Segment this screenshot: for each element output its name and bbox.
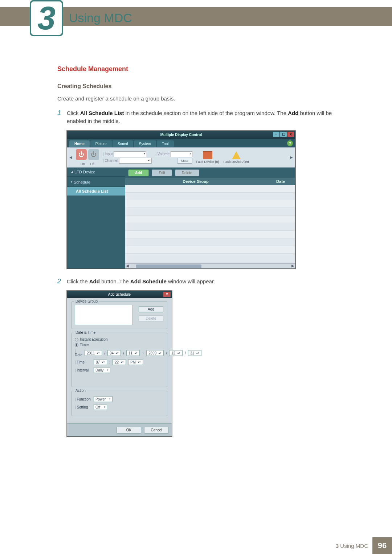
power-off-label: Off [90, 162, 94, 166]
col-date: Date [266, 179, 295, 184]
dialog-titlebar: Add Schedule x [67, 291, 172, 298]
close-button[interactable]: x [287, 132, 294, 137]
page-footer: 3 Using MDC 96 [0, 537, 392, 554]
table-row [125, 200, 295, 208]
cancel-button[interactable]: Cancel [144, 427, 169, 434]
table-row [125, 238, 295, 246]
scroll-right-icon[interactable]: ▶ [290, 155, 293, 159]
step-1-num: 1 [57, 109, 67, 126]
step-1: 1 Click All Schedule List in the schedul… [57, 109, 351, 126]
table-row [125, 193, 295, 200]
tab-system[interactable]: System [134, 140, 156, 147]
date-month2[interactable]: 12▴▾ [169, 350, 183, 356]
date-day1[interactable]: 11▴▾ [126, 350, 140, 356]
table-row [125, 223, 295, 231]
tab-tool[interactable]: Tool [157, 140, 173, 147]
radio-instant[interactable]: Instant Execution [75, 337, 164, 341]
page-number: 96 [372, 537, 392, 554]
subsection-title: Creating Schedules [57, 83, 351, 90]
fault-alert-label: Fault Device Alert [224, 160, 249, 164]
date-label: Date [75, 349, 82, 357]
radio-timer[interactable]: Timer [75, 343, 164, 347]
device-group-fieldset: Device Group Add Delete [72, 301, 167, 329]
input-select[interactable]: ▾ [114, 151, 146, 157]
fault-device-label: Fault Device (0) [196, 160, 219, 164]
section-title: Schedule Management [57, 65, 351, 73]
setting-select[interactable]: Off▾ [94, 404, 107, 410]
volume-input[interactable]: ▸ [171, 151, 192, 157]
tab-sound[interactable]: Sound [113, 140, 133, 147]
minimize-button[interactable]: – [273, 132, 279, 137]
chapter-number: 3 [31, 1, 62, 35]
time-hour[interactable]: 07▴▾ [94, 359, 107, 365]
mdc-window: Multiple Display Control – ▢ x Home Pict… [67, 131, 295, 269]
window-titlebar: Multiple Display Control – ▢ x [67, 131, 295, 139]
add-schedule-dialog: Add Schedule x Device Group Add Delete D… [67, 291, 172, 437]
collapse-icon: ◢ [71, 170, 73, 173]
tree-lfd-device[interactable]: ◢ LFD Device [67, 168, 125, 177]
horizontal-scrollbar[interactable]: ◀▶ [125, 263, 295, 268]
volume-group: | Volume ▸ Mute [155, 151, 192, 164]
scroll-left-icon[interactable]: ◀ [69, 155, 72, 159]
fault-group: Fault Device (0) Fault Device Alert [196, 151, 249, 164]
dialog-close-button[interactable]: x [163, 292, 171, 297]
table-row [125, 246, 295, 254]
ribbon: ◀ ⏻ ⏻ On Off | Input ▾ | Channel ▴▾ [67, 147, 295, 168]
power-off-icon[interactable]: ⏻ [88, 149, 99, 160]
device-group-list[interactable] [75, 305, 133, 325]
dg-delete-button[interactable]: Delete [139, 315, 163, 321]
date-year2[interactable]: 2099▴▾ [146, 350, 164, 356]
input-channel-group: | Input ▾ | Channel ▴▾ [103, 151, 152, 164]
interval-label: Interval [75, 368, 91, 372]
table-row [125, 185, 295, 193]
step-2-text: Click the Add button. The Add Schedule w… [67, 278, 215, 286]
channel-stepper[interactable]: ▴▾ [119, 158, 152, 164]
expand-icon: ▾ [71, 180, 72, 184]
dialog-title: Add Schedule [108, 292, 131, 296]
tree-schedule[interactable]: ▾ Schedule [67, 178, 125, 187]
edit-button[interactable]: Edit [152, 169, 172, 176]
action-legend: Action [74, 389, 87, 393]
col-device-group: Device Group [125, 179, 266, 184]
step-2: 2 Click the Add button. The Add Schedule… [57, 278, 351, 286]
chapter-badge: 3 [30, 0, 63, 36]
footer-chapnum: 3 [336, 543, 339, 549]
mute-button[interactable]: Mute [177, 158, 192, 164]
schedule-rows [125, 185, 295, 254]
power-on-icon[interactable]: ⏻ [76, 149, 87, 160]
intro-text: Create and register a schedule on a grou… [57, 95, 351, 103]
step-2-num: 2 [57, 278, 67, 286]
tab-home[interactable]: Home [69, 140, 90, 147]
add-button[interactable]: Add [128, 169, 149, 176]
date-time-fieldset: Date & Time Instant Execution Timer Date… [72, 333, 167, 387]
power-group: ⏻ ⏻ On Off [76, 149, 99, 166]
tab-picture[interactable]: Picture [90, 140, 112, 147]
time-label: Time [75, 360, 91, 364]
time-min[interactable]: 22▴▾ [113, 359, 126, 365]
maximize-button[interactable]: ▢ [280, 132, 287, 137]
power-on-label: On [81, 162, 85, 166]
date-year1[interactable]: 2011▴▾ [85, 350, 102, 356]
chapter-title: Using MDC [69, 11, 132, 25]
delete-button[interactable]: Delete [175, 169, 199, 176]
footer-label: Using MDC [340, 543, 368, 549]
tree-all-schedule-list[interactable]: All Schedule List [67, 187, 125, 196]
ok-button[interactable]: OK [117, 427, 141, 434]
table-row [125, 231, 295, 238]
table-row [125, 208, 295, 216]
date-day2[interactable]: 31▴▾ [188, 350, 201, 356]
step-1-text: Click All Schedule List in the schedule … [67, 109, 351, 126]
function-select[interactable]: Power▾ [94, 396, 113, 402]
device-group-legend: Device Group [74, 299, 99, 303]
window-title: Multiple Display Control [160, 133, 202, 137]
dg-add-button[interactable]: Add [139, 306, 163, 312]
setting-label: Setting [75, 405, 91, 409]
fault-alert-icon[interactable] [232, 151, 241, 159]
function-label: Function [75, 397, 91, 401]
date-month1[interactable]: 04▴▾ [107, 350, 121, 356]
help-icon[interactable]: ? [287, 140, 293, 146]
interval-select[interactable]: Daily▾ [94, 367, 110, 373]
fault-device-icon[interactable] [203, 151, 212, 159]
time-ampm[interactable]: PM▴▾ [128, 359, 143, 365]
menu-tabs: Home Picture Sound System Tool ? [67, 139, 295, 147]
